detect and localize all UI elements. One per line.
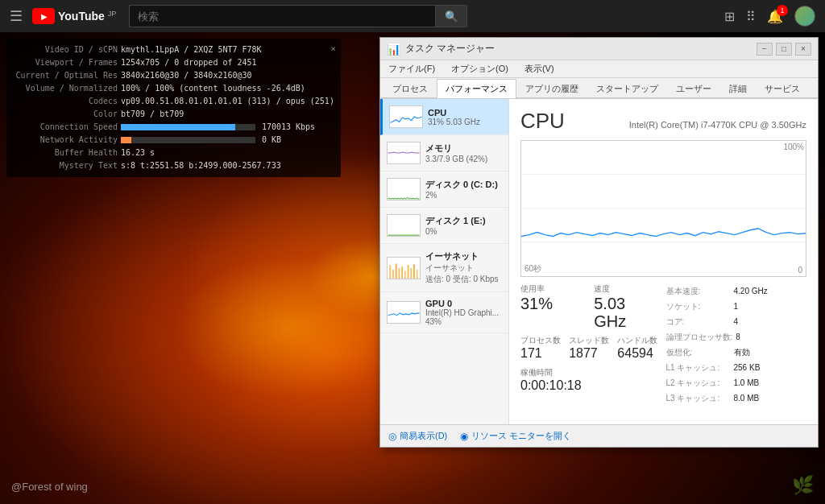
- menu-option[interactable]: オプション(O): [448, 63, 512, 75]
- info-base-speed: 基本速度:4.20 GHz: [666, 283, 807, 299]
- stat-handles: ハンドル数 64594: [617, 335, 661, 361]
- cpu-header: CPU Intel(R) Core(TM) i7-4770K CPU @ 3.5…: [520, 109, 806, 134]
- cpu-sidebar-sub: 31% 5.03 GHz: [428, 118, 502, 126]
- gpu0-sidebar-sub2: 43%: [425, 317, 502, 326]
- resource-monitor-label: リソース モニターを開く: [471, 430, 571, 442]
- graph-label-0: 0: [798, 266, 802, 275]
- stat-uptime: 稼働時間 0:00:10:18: [520, 367, 661, 393]
- ethernet-sidebar-sub2: 送信: 0 受信: 0 Kbps: [425, 274, 502, 285]
- tab-details[interactable]: 詳細: [720, 79, 756, 98]
- tab-startup[interactable]: スタートアップ: [587, 79, 667, 98]
- disk1-sidebar-name: ディスク 1 (E:): [425, 215, 502, 227]
- task-manager-window: 📊 タスク マネージャー − □ × ファイル(F) オプション(O) 表示(V…: [379, 37, 819, 448]
- menu-icon[interactable]: ☰: [10, 7, 23, 25]
- search-button[interactable]: 🔍: [435, 5, 467, 27]
- debug-row-codecs: Codecs vp09.00.51.08.01.01.01.01 (313) /…: [13, 95, 334, 108]
- sidebar-item-cpu[interactable]: CPU 31% 5.03 GHz: [380, 99, 508, 135]
- graph-label-100: 100%: [783, 143, 804, 151]
- sidebar-item-disk0[interactable]: ディスク 0 (C: D:) 2%: [380, 171, 508, 208]
- bottom-bar: ◎ 簡易表示(D) ◉ リソース モニターを開く: [380, 424, 818, 447]
- cpu-right-info: 基本速度:4.20 GHz ソケット:1 コア:4 論理プロセッサ数:8 仮想化…: [666, 283, 807, 406]
- resource-monitor-icon: ◉: [460, 431, 468, 442]
- watermark-icon: 🌿: [792, 475, 814, 496]
- cpu-sidebar-name: CPU: [428, 108, 502, 118]
- simple-view-label: 簡易表示(D): [400, 430, 447, 442]
- debug-row-videoid: Video ID / sCPN kmythl.1LppA / 2XQZ 5NT7…: [13, 43, 334, 56]
- info-core: コア:4: [666, 314, 807, 329]
- sidebar-item-memory[interactable]: メモリ 3.3/7.9 GB (42%): [380, 135, 508, 171]
- titlebar-icon: 📊: [387, 43, 400, 56]
- tab-services[interactable]: サービス: [756, 79, 809, 98]
- memory-mini-chart: [387, 142, 421, 164]
- stat-usage: 使用率 31%: [520, 283, 587, 330]
- svg-rect-12: [410, 268, 412, 279]
- avatar[interactable]: [794, 6, 815, 27]
- header-right: ⊞ ⠿ 🔔 1: [724, 6, 815, 27]
- info-socket: ソケット:1: [666, 299, 807, 314]
- apps-icon[interactable]: ⠿: [746, 9, 756, 24]
- svg-rect-9: [401, 266, 403, 279]
- cpu-content: CPU Intel(R) Core(TM) i7-4770K CPU @ 3.5…: [509, 99, 818, 424]
- simple-view-icon: ◎: [388, 431, 396, 442]
- titlebar[interactable]: 📊 タスク マネージャー − □ ×: [380, 38, 818, 60]
- watermark-text: @Forest of wing: [11, 481, 88, 493]
- debug-row-viewport: Viewport / Frames 1254x705 / 0 dropped o…: [13, 56, 334, 69]
- youtube-logo[interactable]: YouTube JP: [32, 8, 116, 24]
- svg-rect-6: [392, 269, 394, 278]
- close-button[interactable]: ×: [795, 43, 811, 56]
- info-logical: 論理プロセッサ数:8: [666, 329, 807, 345]
- create-icon[interactable]: ⊞: [724, 9, 735, 24]
- search-input[interactable]: [129, 5, 435, 27]
- gpu0-sidebar-name: GPU 0: [425, 299, 502, 308]
- debug-row-network: Network Activity 0 KB: [13, 134, 334, 147]
- maximize-button[interactable]: □: [776, 43, 792, 56]
- info-l3: L3 キャッシュ:8.0 MB: [666, 390, 807, 406]
- svg-rect-8: [399, 268, 400, 279]
- simple-view-button[interactable]: ◎ 簡易表示(D): [388, 430, 447, 442]
- resource-monitor-button[interactable]: ◉ リソース モニターを開く: [460, 430, 571, 442]
- gpu0-mini-chart: [387, 301, 421, 324]
- ethernet-sidebar-name: イーサネット: [425, 250, 502, 262]
- cpu-subtitle: Intel(R) Core(TM) i7-4770K CPU @ 3.50GHz: [629, 120, 806, 130]
- debug-row-volume: Volume / Normalized 100% / 100% (content…: [13, 82, 334, 95]
- tabs-bar: プロセス パフォーマンス アプリの履歴 スタートアップ ユーザー 詳細 サービス: [380, 78, 818, 99]
- menu-bar: ファイル(F) オプション(O) 表示(V): [380, 60, 818, 78]
- debug-row-color: Color bt709 / bt709: [13, 108, 334, 121]
- svg-rect-2: [388, 179, 420, 200]
- youtube-play-icon: [32, 8, 55, 24]
- tab-history[interactable]: アプリの履歴: [516, 79, 587, 98]
- disk0-mini-chart: [387, 178, 421, 200]
- tab-performance[interactable]: パフォーマンス: [437, 79, 516, 98]
- network-bar: [121, 137, 131, 143]
- menu-view[interactable]: 表示(V): [521, 63, 558, 75]
- notification-icon[interactable]: 🔔 1: [767, 9, 783, 24]
- info-virtualize: 仮想化:有効: [666, 345, 807, 360]
- ethernet-mini-chart: [387, 257, 421, 279]
- gpu0-sidebar-sub1: Intel(R) HD Graphi...: [425, 308, 502, 317]
- sidebar: CPU 31% 5.03 GHz メモリ 3.: [380, 99, 509, 424]
- debug-close[interactable]: ×: [330, 42, 336, 56]
- youtube-logo-text: YouTube: [58, 10, 105, 23]
- window-buttons: − □ ×: [757, 43, 811, 56]
- tab-process[interactable]: プロセス: [383, 79, 437, 98]
- disk1-mini-chart: [387, 214, 421, 237]
- svg-rect-11: [408, 265, 409, 279]
- info-l1: L1 キャッシュ:256 KB: [666, 360, 807, 375]
- task-manager-body: CPU 31% 5.03 GHz メモリ 3.: [380, 99, 818, 424]
- disk1-sidebar-sub: 0%: [425, 227, 502, 236]
- stat-threads: スレッド数 1877: [569, 335, 612, 361]
- debug-row-res: Current / Optimal Res 3840x2160@30 / 384…: [13, 69, 334, 82]
- graph-label-60s: 60秒: [524, 263, 541, 275]
- sidebar-item-ethernet[interactable]: イーサネット イーサネット 送信: 0 受信: 0 Kbps: [380, 244, 508, 292]
- youtube-logo-badge: JP: [108, 10, 117, 18]
- cpu-title: CPU: [520, 109, 565, 134]
- menu-file[interactable]: ファイル(F): [385, 63, 438, 75]
- debug-overlay: × Video ID / sCPN kmythl.1LppA / 2XQZ 5N…: [6, 39, 341, 177]
- sidebar-item-gpu0[interactable]: GPU 0 Intel(R) HD Graphi... 43%: [380, 292, 508, 333]
- minimize-button[interactable]: −: [757, 43, 773, 56]
- memory-sidebar-name: メモリ: [425, 143, 502, 155]
- svg-rect-13: [413, 264, 415, 279]
- tab-users[interactable]: ユーザー: [667, 79, 720, 98]
- sidebar-item-disk1[interactable]: ディスク 1 (E:) 0%: [380, 208, 508, 244]
- titlebar-text: タスク マネージャー: [405, 42, 757, 56]
